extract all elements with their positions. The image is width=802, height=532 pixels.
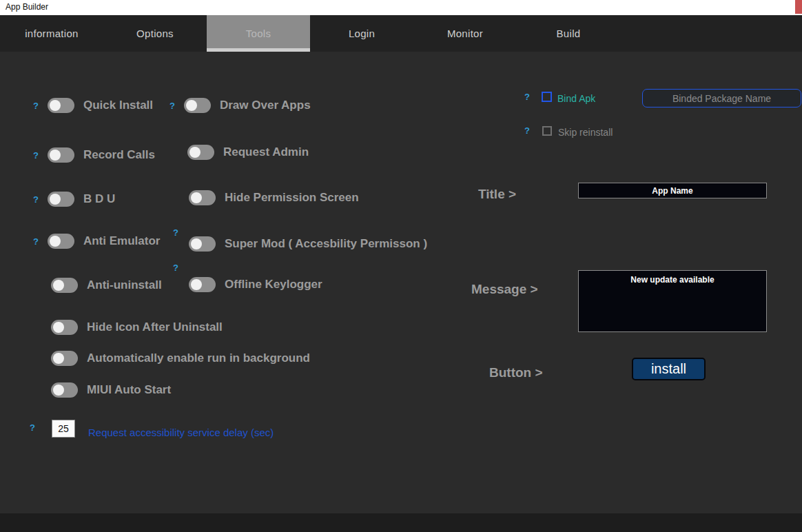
anti-emulator-label: Anti Emulator — [83, 234, 160, 248]
help-icon[interactable]: ? — [33, 150, 39, 161]
toggle-knob — [189, 147, 200, 158]
hide-icon-after-uninstall-label: Hide Icon After Uninstall — [87, 320, 223, 334]
toggle-knob — [53, 353, 64, 364]
button-label: Button > — [489, 365, 543, 380]
toggle-knob — [53, 385, 64, 396]
request-admin-row: Request Admin — [187, 145, 309, 160]
super-mod-toggle[interactable] — [189, 236, 216, 252]
hide-icon-after-uninstall-toggle[interactable] — [51, 320, 78, 335]
anti-uninstall-toggle[interactable] — [51, 278, 78, 293]
miui-auto-start-label: MIUI Auto Start — [87, 383, 171, 397]
tab-information[interactable]: information — [0, 15, 103, 52]
delay-label: Request accessibility service delay (sec… — [88, 427, 274, 438]
toggle-knob — [191, 279, 202, 290]
skip-reinstall-checkbox[interactable] — [542, 126, 552, 136]
quick-install-label: Quick Install — [83, 99, 153, 112]
message-input[interactable]: New update available — [578, 270, 767, 332]
hide-permission-screen-toggle[interactable] — [189, 190, 216, 205]
offline-keylogger-row: Offline Keylogger — [189, 277, 322, 292]
help-icon[interactable]: ? — [33, 236, 39, 247]
quick-install-toggle[interactable] — [48, 98, 74, 113]
record-calls-label: Record Calls — [83, 148, 155, 162]
window-title: App Builder — [6, 2, 48, 12]
install-button[interactable]: install — [632, 358, 706, 380]
toggle-knob — [50, 236, 61, 247]
anti-emulator-row: ? Anti Emulator — [33, 234, 160, 249]
offline-keylogger-toggle[interactable] — [189, 277, 216, 292]
help-icon[interactable]: ? — [524, 125, 530, 136]
super-mod-label: Super Mod ( Accesbility Permisson ) — [225, 237, 427, 251]
binded-package-name-input[interactable] — [642, 89, 801, 108]
toggle-knob — [53, 322, 64, 333]
miui-auto-start-toggle[interactable] — [51, 382, 78, 398]
record-calls-toggle[interactable] — [48, 147, 74, 163]
tab-options[interactable]: Options — [103, 15, 207, 52]
toggle-knob — [191, 192, 202, 203]
super-mod-row: Super Mod ( Accesbility Permisson ) — [189, 236, 427, 252]
app-name-input[interactable] — [578, 183, 767, 198]
tab-login[interactable]: Login — [310, 15, 413, 52]
toggle-knob — [50, 194, 61, 205]
request-admin-toggle[interactable] — [187, 145, 214, 160]
record-calls-row: ? Record Calls — [33, 147, 155, 163]
bdu-label: B D U — [83, 192, 115, 206]
toggle-knob — [50, 100, 61, 111]
bottom-bar — [0, 513, 802, 532]
toggle-knob — [186, 100, 197, 111]
auto-run-background-toggle[interactable] — [51, 351, 78, 366]
close-icon[interactable] — [795, 0, 802, 14]
tab-monitor[interactable]: Monitor — [413, 15, 517, 52]
anti-uninstall-row: Anti-uninstall — [51, 278, 162, 293]
help-icon[interactable]: ? — [169, 101, 175, 111]
toggle-knob — [50, 150, 61, 161]
tab-build[interactable]: Build — [517, 15, 620, 52]
bind-apk-label: Bind Apk — [557, 93, 595, 104]
delay-input[interactable] — [52, 420, 75, 438]
bdu-row: ? B D U — [33, 192, 115, 207]
anti-emulator-toggle[interactable] — [48, 234, 74, 249]
auto-run-background-row: Automatically enable run in background — [51, 351, 310, 366]
tab-tools-label: Tools — [246, 28, 271, 39]
hide-icon-after-uninstall-row: Hide Icon After Uninstall — [51, 320, 223, 335]
bdu-toggle[interactable] — [48, 192, 74, 207]
request-admin-label: Request Admin — [223, 145, 309, 159]
quick-install-row: ? Quick Install — [33, 98, 153, 113]
help-icon[interactable]: ? — [33, 101, 39, 111]
help-icon[interactable]: ? — [173, 263, 178, 273]
message-label: Message > — [471, 282, 538, 297]
hide-permission-screen-row: Hide Permission Screen — [189, 190, 359, 205]
tab-tools[interactable]: Tools — [207, 15, 310, 52]
toggle-knob — [53, 280, 64, 291]
draw-over-apps-row: ? Draw Over Apps — [169, 98, 311, 113]
help-icon[interactable]: ? — [33, 194, 39, 205]
offline-keylogger-label: Offline Keylogger — [225, 278, 322, 291]
toggle-knob — [191, 238, 202, 249]
draw-over-apps-toggle[interactable] — [184, 98, 211, 113]
draw-over-apps-label: Draw Over Apps — [220, 99, 311, 112]
app-window: App Builder information Options Tools Lo… — [0, 0, 802, 532]
anti-uninstall-label: Anti-uninstall — [87, 278, 162, 292]
auto-run-background-label: Automatically enable run in background — [87, 351, 310, 365]
skip-reinstall-label: Skip reinstall — [558, 127, 613, 138]
hide-permission-screen-label: Hide Permission Screen — [225, 191, 359, 205]
help-icon[interactable]: ? — [524, 92, 530, 102]
help-icon[interactable]: ? — [30, 422, 35, 433]
active-tab-underline — [207, 48, 310, 52]
miui-auto-start-row: MIUI Auto Start — [51, 382, 171, 398]
bind-apk-checkbox[interactable] — [542, 92, 552, 102]
title-label: Title > — [478, 187, 516, 202]
tab-bar: information Options Tools Login Monitor … — [0, 15, 802, 52]
help-icon[interactable]: ? — [173, 227, 178, 238]
window-titlebar: App Builder — [0, 0, 802, 15]
